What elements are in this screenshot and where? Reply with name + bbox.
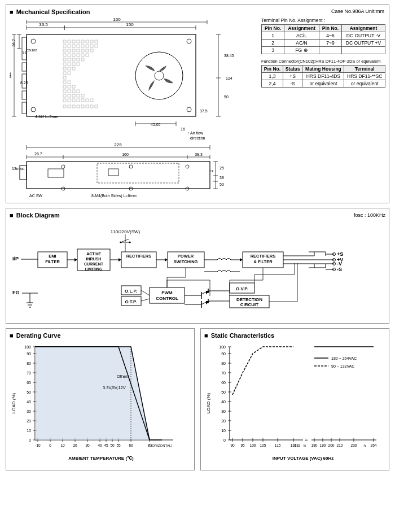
svg-text:-S: -S <box>337 267 342 272</box>
cell: -S <box>283 80 302 88</box>
svg-text:70: 70 <box>221 371 226 375</box>
svg-marker-315 <box>35 347 150 440</box>
cell: +S <box>283 73 302 80</box>
th-assignment-2: Assignment <box>342 25 385 32</box>
svg-rect-42 <box>68 49 71 52</box>
svg-text:30: 30 <box>221 409 226 413</box>
svg-rect-85 <box>72 99 75 102</box>
svg-text:60: 60 <box>27 381 31 385</box>
svg-rect-45 <box>81 49 84 52</box>
cell: 7~9 <box>319 40 341 47</box>
svg-text:EMI: EMI <box>49 254 56 259</box>
svg-rect-67 <box>68 72 71 75</box>
cell: HRS DF11-4DS <box>302 73 344 80</box>
connector-table: Pin No. Status Mating Housing Terminal 1… <box>261 65 385 88</box>
mechanical-spec-title: Mechanical Specification <box>10 8 385 15</box>
svg-text:37.5: 37.5 <box>200 109 208 113</box>
svg-text:0: 0 <box>49 443 51 447</box>
svg-line-186 <box>121 239 129 242</box>
derating-title: Derating Curve <box>10 332 191 339</box>
svg-text:90: 90 <box>230 443 235 447</box>
static-chart: LOAD (%) ≈ 0 10 <box>204 341 385 466</box>
svg-marker-202 <box>240 258 243 261</box>
connector-table-caption: Function Connector(CN102):HRS DF11-4DP-2… <box>261 59 385 64</box>
svg-text:124: 124 <box>226 76 232 80</box>
case-info: Case No.986A Unit:mm <box>331 8 384 14</box>
svg-text:50: 50 <box>27 390 31 394</box>
svg-rect-49 <box>68 54 71 56</box>
svg-text:INRUSH: INRUSH <box>86 257 102 261</box>
svg-text:4-M4 L=5mm: 4-M4 L=5mm <box>35 115 59 119</box>
svg-text:100: 100 <box>250 443 256 447</box>
svg-text:160: 160 <box>122 152 129 156</box>
svg-text:-10: -10 <box>35 443 41 447</box>
svg-text:230: 230 <box>351 443 357 447</box>
svg-text:LIMITING: LIMITING <box>85 267 103 271</box>
svg-point-143 <box>62 165 65 168</box>
svg-text:80: 80 <box>27 361 31 365</box>
svg-text:60: 60 <box>221 381 226 385</box>
svg-text:8-M4(Both Sides) L=6mm: 8-M4(Both Sides) L=6mm <box>91 194 137 198</box>
svg-rect-52 <box>81 54 84 56</box>
th-status: Status <box>283 66 302 73</box>
svg-text:144: 144 <box>10 72 12 79</box>
table-row: 2 AC/N 7~9 DC OUTPUT +V <box>262 40 385 47</box>
svg-rect-96 <box>90 105 93 108</box>
svg-text:AC SW: AC SW <box>29 194 42 198</box>
svg-text:200: 200 <box>328 443 335 447</box>
svg-rect-46 <box>86 49 89 52</box>
svg-rect-103 <box>22 37 27 60</box>
svg-marker-176 <box>74 258 77 261</box>
fosc-label: fosc : 100KHz <box>354 212 385 218</box>
svg-text:132: 132 <box>295 443 301 447</box>
svg-text:AMBIENT TEMPERATURE (℃): AMBIENT TEMPERATURE (℃) <box>68 456 134 461</box>
svg-rect-58 <box>81 58 84 61</box>
svg-text:-V: -V <box>337 261 342 267</box>
cell: AC/L <box>284 32 319 40</box>
svg-rect-77 <box>77 90 80 93</box>
static-title: Static Characteristics <box>204 332 385 339</box>
svg-rect-81 <box>77 94 80 97</box>
svg-text:100: 100 <box>219 345 226 349</box>
svg-rect-87 <box>81 99 84 102</box>
svg-rect-158 <box>97 163 179 183</box>
svg-text:50: 50 <box>224 95 229 99</box>
block-diagram-title: Block Diagram <box>10 212 60 219</box>
svg-text:45.05: 45.05 <box>151 123 161 127</box>
svg-rect-93 <box>77 105 80 108</box>
svg-line-235 <box>141 299 150 301</box>
terminal-table-caption: Terminal Pin No. Assignment : <box>261 18 385 23</box>
svg-rect-36 <box>77 45 80 47</box>
th-mating: Mating Housing <box>302 66 344 73</box>
svg-rect-28 <box>77 40 80 43</box>
svg-rect-33 <box>63 45 66 47</box>
svg-text:ACTIVE: ACTIVE <box>86 252 101 256</box>
block-diagram-section: Block Diagram fosc : 100KHz I/P FG EMI <box>6 208 389 324</box>
svg-text:PWM: PWM <box>161 290 173 295</box>
page: Mechanical Specification Case No.986A Un… <box>0 0 395 475</box>
svg-rect-68 <box>63 76 66 79</box>
svg-text:45: 45 <box>104 443 108 447</box>
svg-text:105: 105 <box>260 443 266 447</box>
svg-rect-30 <box>86 40 89 43</box>
svg-point-187 <box>129 242 131 243</box>
svg-rect-76 <box>72 90 75 93</box>
svg-text:13: 13 <box>209 169 213 173</box>
cell: AC/N <box>284 40 319 47</box>
svg-rect-60 <box>68 63 71 66</box>
derating-chart: LOAD (%) 0 10 20 <box>10 341 191 466</box>
svg-text:210: 210 <box>337 443 343 447</box>
svg-rect-54 <box>63 58 66 61</box>
svg-marker-190 <box>118 258 121 261</box>
svg-text:CONTROL: CONTROL <box>156 296 178 301</box>
svg-rect-34 <box>68 45 71 47</box>
cell: or equivalent <box>302 80 344 88</box>
derating-section: Derating Curve LOAD (%) 0 <box>6 328 195 470</box>
svg-rect-92 <box>72 105 75 108</box>
svg-text:& FILTER: & FILTER <box>253 259 273 264</box>
svg-text:40: 40 <box>98 443 102 447</box>
svg-text:20: 20 <box>27 419 31 423</box>
svg-rect-39 <box>90 45 93 47</box>
svg-text:38.45: 38.45 <box>224 54 234 58</box>
cell: 3 <box>262 47 284 54</box>
